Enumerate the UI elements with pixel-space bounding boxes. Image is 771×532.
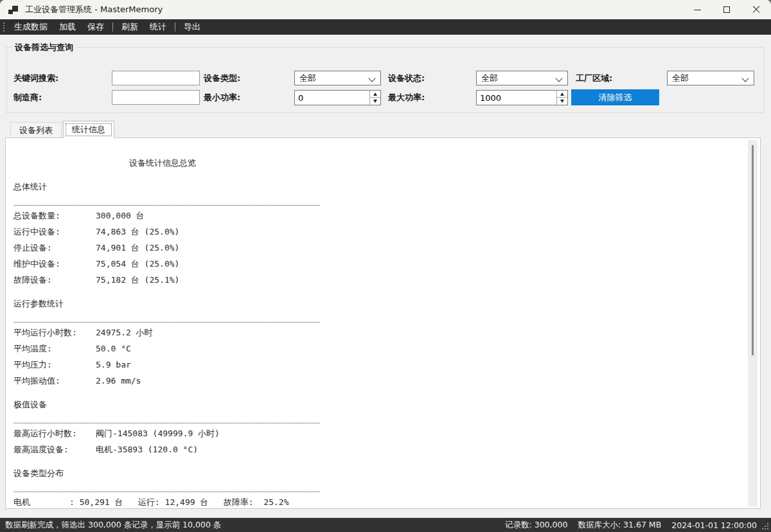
stats-row: 平均压力:5.9 bar [6, 357, 760, 373]
stats-separator-line: ________________________________________… [6, 481, 760, 494]
stat-value: 300,000 台 [96, 208, 145, 224]
filter-groupbox: 设备筛选与查询 关键词搜索: 设备类型: 全部 设备状态: 全部 工厂区域: 全… [6, 47, 765, 113]
tabstrip: 设备列表统计信息 [0, 121, 771, 138]
max-power-up-button[interactable] [557, 91, 567, 98]
filter-group-title: 设备筛选与查询 [12, 42, 76, 53]
toolbar: 生成数据加载保存刷新统计导出 [0, 19, 771, 35]
toolbar-button[interactable]: 生成数据 [8, 19, 53, 35]
statusbar: 数据刷新完成，筛选出 300,000 条记录，显示前 10,000 条 记录数:… [0, 518, 771, 532]
stats-separator-line: ________________________________________… [6, 412, 760, 425]
stat-value: 阀门-145083 (49999.9 小时) [96, 425, 220, 441]
close-icon [752, 6, 760, 13]
stat-value: 74,863 台 (25.0%) [96, 224, 179, 240]
keyword-input[interactable] [112, 71, 200, 85]
min-power-up-button[interactable] [370, 91, 380, 98]
stat-value: 75,182 台 (25.1%) [96, 272, 179, 288]
vertical-scrollbar[interactable] [748, 140, 758, 506]
toolbar-button[interactable]: 导出 [178, 19, 206, 35]
min-power-label: 最小功率: [204, 90, 240, 105]
stat-label: 运行中设备: [13, 227, 60, 236]
stat-label: 故障设备: [13, 275, 52, 285]
tab-active[interactable]: 统计信息 [63, 121, 114, 138]
stats-section-heading: 设备类型分布 [6, 465, 760, 481]
device-type-select[interactable]: 全部 [294, 71, 381, 85]
status-right-items: 记录数: 300,000数据库大小: 31.67 MB2024-01-01 12… [505, 518, 757, 532]
device-type-value: 全部 [299, 73, 316, 83]
stats-row: 总设备数量:300,000 台 [6, 208, 760, 224]
stats-section-heading: 极值设备 [6, 396, 760, 412]
scrollbar-thumb[interactable] [752, 145, 754, 355]
arrow-down-icon [560, 100, 564, 103]
clear-filter-button[interactable]: 清除筛选 [571, 89, 659, 105]
stat-label: 平均运行小时数: [13, 328, 77, 337]
stats-row: 最高运行小时数:阀门-145083 (49999.9 小时) [6, 425, 760, 441]
stats-separator-line: ________________________________________… [6, 195, 760, 208]
toolbar-separator [112, 22, 113, 31]
stats-type-row: 电机: 50,291 台 运行: 12,499 台 故障率: 25.2% [6, 494, 760, 509]
status-message: 数据刷新完成，筛选出 300,000 条记录，显示前 10,000 条 [5, 520, 221, 531]
tab-inactive[interactable]: 设备列表 [10, 122, 62, 137]
stat-label: 停止设备: [13, 243, 52, 253]
toolbar-button[interactable]: 保存 [82, 19, 110, 35]
resize-grip[interactable] [767, 528, 768, 529]
arrow-down-icon [373, 100, 377, 103]
stats-row: 运行中设备:74,863 台 (25.0%) [6, 224, 760, 240]
app-icon [8, 4, 19, 15]
stat-label: 最高温度设备: [13, 445, 69, 454]
stats-row: 平均振动值:2.96 mm/s [6, 373, 760, 389]
max-power-down-button[interactable] [557, 98, 567, 105]
device-status-label: 设备状态: [388, 71, 425, 85]
stats-section-heading: 运行参数统计 [6, 296, 760, 312]
maximize-icon [723, 6, 730, 13]
device-status-value: 全部 [481, 73, 498, 83]
toolbar-button[interactable]: 刷新 [116, 19, 144, 35]
min-power-input[interactable] [295, 91, 369, 105]
stat-value: 74,901 台 (25.0%) [96, 240, 179, 256]
toolbar-button[interactable]: 统计 [144, 19, 172, 35]
minimize-button[interactable] [682, 0, 712, 19]
stats-separator-line: ________________________________________… [6, 312, 760, 324]
device-type-label: 设备类型: [204, 71, 240, 85]
close-button[interactable] [741, 0, 771, 19]
stat-label: 总设备数量: [13, 211, 60, 220]
tab-focus-rect [66, 123, 112, 136]
factory-area-select[interactable]: 全部 [667, 71, 754, 85]
arrow-up-icon [373, 93, 377, 96]
stat-value: 24975.2 小时 [96, 324, 153, 341]
stat-value: : 50,291 台 运行: 12,499 台 故障率: 25.2% [69, 494, 288, 509]
window-title: 工业设备管理系统 - MasterMemory [25, 4, 163, 15]
stat-value: 50.0 °C [96, 341, 131, 357]
stats-row: 平均温度:50.0 °C [6, 341, 760, 357]
window-controls [682, 0, 771, 19]
app-window: 工业设备管理系统 - MasterMemory 生成数据加载保存刷新统计导出 设… [0, 0, 771, 532]
minimize-icon [694, 10, 701, 10]
min-power-down-button[interactable] [370, 98, 380, 105]
manufacturer-label: 制造商: [13, 90, 42, 105]
stat-label: 平均压力: [13, 360, 52, 369]
keyword-label: 关键词搜索: [13, 71, 58, 85]
min-power-stepper [294, 90, 381, 105]
factory-area-label: 工厂区域: [576, 71, 612, 85]
max-power-label: 最大功率: [388, 90, 425, 105]
toolbar-separator [175, 22, 175, 31]
status-info-item: 数据库大小: 31.67 MB [578, 520, 661, 531]
stats-section-heading: 总体统计 [6, 179, 760, 195]
stats-row: 最高温度设备:电机-35893 (120.0 °C) [6, 441, 760, 457]
toolbar-button[interactable]: 加载 [53, 19, 82, 35]
stat-label: 最高运行小时数: [13, 429, 77, 438]
status-info-item: 2024-01-01 12:00:00 [671, 520, 757, 530]
stat-label: 平均振动值: [13, 376, 60, 386]
device-status-select[interactable]: 全部 [476, 71, 568, 85]
stat-value: 2.96 mm/s [96, 373, 141, 389]
stat-label: 电机 [13, 497, 30, 507]
toolbar-grip-handle[interactable] [3, 22, 4, 31]
maximize-button[interactable] [712, 0, 741, 19]
stat-label: 平均温度: [13, 344, 52, 353]
stats-row: 故障设备:75,182 台 (25.1%) [6, 272, 760, 288]
manufacturer-input[interactable] [112, 90, 200, 105]
statistics-text: 设备统计信息总览总体统计____________________________… [6, 138, 760, 509]
stat-value: 75,054 台 (25.0%) [96, 256, 179, 272]
max-power-input[interactable] [477, 91, 556, 105]
stats-row: 平均运行小时数:24975.2 小时 [6, 324, 760, 341]
arrow-up-icon [560, 93, 564, 96]
